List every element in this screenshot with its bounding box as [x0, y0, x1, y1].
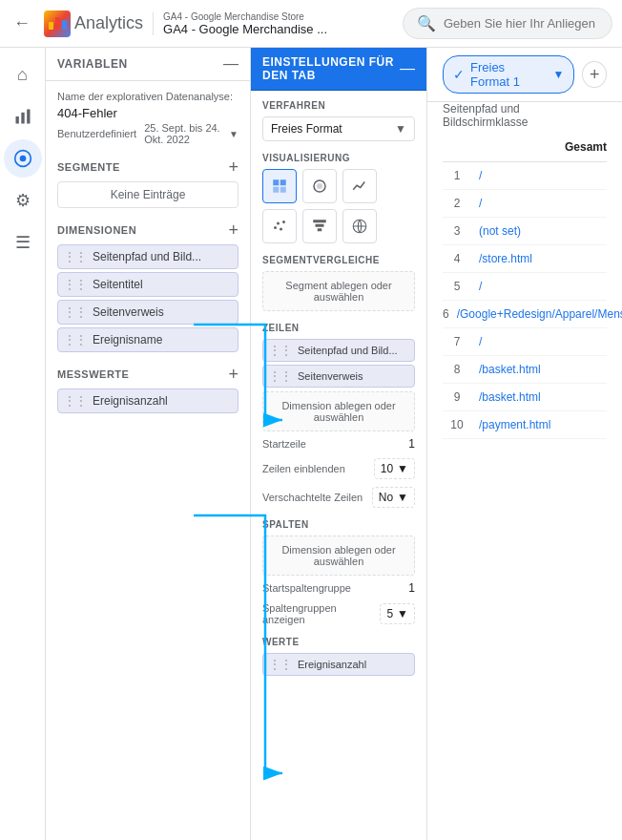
panels-container: Variablen — Name der explorativen Datena…: [46, 48, 622, 840]
col-total-header: Gesamt: [530, 140, 607, 154]
spaltengruppen-arrow-icon: ▼: [397, 607, 408, 620]
table-row: 4 /store.html: [443, 245, 607, 273]
dimension-label-1: Seitentitel: [93, 278, 143, 291]
variables-content: Name der explorativen Datenanalyse: 404-…: [46, 81, 250, 840]
drag-handle-icon: ⋮⋮: [64, 305, 87, 319]
settings-panel: Einstellungen für den Tab — VERFAHREN Fr…: [251, 48, 427, 840]
svg-rect-0: [15, 116, 18, 124]
nav-advertising[interactable]: ⚙: [4, 181, 42, 220]
svg-point-15: [280, 228, 282, 231]
zeilen-einblenden-select[interactable]: 10 ▼: [374, 458, 415, 479]
viz-map-button[interactable]: [342, 209, 377, 243]
viz-donut-button[interactable]: [302, 169, 337, 203]
add-tab-button[interactable]: +: [582, 61, 607, 88]
viz-table-button[interactable]: [262, 169, 297, 203]
zeilen-label: ZEILEN: [262, 323, 415, 333]
date-label: Benutzerdefiniert: [57, 128, 136, 139]
nav-reports[interactable]: [4, 97, 42, 136]
viz-line-button[interactable]: [342, 169, 377, 203]
dimension-label-2: Seitenverweis: [93, 305, 164, 319]
segments-title: SEGMENTE: [57, 161, 120, 173]
dimension-item-2: ⋮⋮ Seitenverweis: [57, 300, 238, 325]
spaltengruppen-value: 5: [386, 607, 393, 620]
analysis-name: 404-Fehler: [57, 106, 238, 120]
dimension-item-3: ⋮⋮ Ereignisname: [57, 327, 238, 352]
nav-home[interactable]: ⌂: [4, 55, 42, 94]
nav-explore[interactable]: [4, 139, 42, 178]
startzeile-label: Startzeile: [262, 438, 306, 450]
row-path-5[interactable]: /Google+Redesign/Apparel/Mens: [449, 307, 622, 321]
back-button[interactable]: ←: [10, 10, 34, 37]
svg-rect-10: [280, 187, 286, 193]
segments-add-button[interactable]: +: [228, 158, 238, 176]
row-num-8: 9: [443, 390, 471, 404]
table-row: 1 /: [443, 162, 607, 190]
date-arrow-icon[interactable]: ▼: [229, 129, 238, 139]
search-input[interactable]: [444, 16, 596, 31]
metrics-row: MESSWERTE +: [57, 366, 238, 383]
row-path-6[interactable]: /: [471, 335, 607, 348]
spalten-section: SPALTEN Dimension ablegen oder auswählen…: [262, 519, 415, 625]
werte-section: WERTE ⋮⋮ Ereignisanzahl: [262, 637, 415, 676]
segment-drop-zone[interactable]: Segment ablegen oder auswählen: [262, 271, 415, 311]
spaltengruppen-label: Spaltengruppen anzeigen: [262, 602, 380, 625]
row-path-1[interactable]: /: [471, 197, 607, 210]
tab-chip[interactable]: ✓ Freies Format 1 ▼: [443, 55, 574, 94]
row-path-7[interactable]: /basket.html: [471, 363, 607, 376]
row-path-4[interactable]: /: [471, 280, 607, 293]
search-bar[interactable]: 🔍: [403, 8, 612, 39]
row-num-7: 8: [443, 363, 471, 376]
drag-handle-icon: ⋮⋮: [64, 394, 87, 408]
spalten-drop-zone[interactable]: Dimension ablegen oder auswählen: [262, 536, 415, 576]
col-path-header: [471, 140, 530, 154]
startzeile-value: 1: [408, 437, 415, 451]
variables-panel: Variablen — Name der explorativen Datena…: [46, 48, 251, 840]
table-row: 8 /basket.html: [443, 356, 607, 384]
spaltengruppen-select[interactable]: 5 ▼: [380, 603, 415, 624]
row-num-1: 2: [443, 197, 471, 210]
nav-configure[interactable]: ☰: [4, 223, 42, 262]
row-path-3[interactable]: /store.html: [471, 252, 607, 265]
viz-scatter-button[interactable]: [262, 209, 297, 243]
tab-arrow-icon: ▼: [552, 68, 564, 81]
drag-handle-icon: ⋮⋮: [64, 333, 87, 346]
dimensions-title: DIMENSIONEN: [57, 224, 136, 236]
variables-collapse-icon[interactable]: —: [223, 55, 238, 73]
variables-header: Variablen —: [46, 48, 250, 81]
table-row: 2 /: [443, 190, 607, 218]
verfahren-select[interactable]: Freies Format ▼: [262, 116, 415, 141]
analytics-label: Analytics: [74, 13, 143, 33]
no-entries-button[interactable]: Keine Einträge: [57, 181, 238, 208]
segmentvergleiche-section: SEGMENTVERGLEICHE Segment ablegen oder a…: [262, 255, 415, 311]
table-row: 7 /: [443, 328, 607, 356]
svg-rect-8: [280, 179, 286, 185]
drag-handle-icon: ⋮⋮: [64, 250, 87, 263]
row-path-8[interactable]: /basket.html: [471, 390, 607, 404]
settings-collapse-icon[interactable]: —: [400, 60, 415, 77]
rows-item-0: ⋮⋮ Seitenpfad und Bild...: [262, 339, 415, 362]
dimensions-add-button[interactable]: +: [228, 221, 238, 239]
svg-rect-9: [273, 187, 279, 193]
svg-rect-7: [273, 179, 279, 185]
verschachtelte-value: No: [379, 491, 393, 504]
svg-point-12: [317, 183, 322, 189]
verschachtelte-select[interactable]: No ▼: [372, 487, 415, 508]
verfahren-value: Freies Format: [271, 122, 342, 136]
zeilen-einblenden-value: 10: [381, 462, 393, 475]
metrics-add-button[interactable]: +: [228, 366, 238, 383]
row-path-0[interactable]: /: [471, 169, 607, 182]
svg-rect-19: [318, 228, 322, 231]
row-path-9[interactable]: /payment.html: [471, 418, 607, 431]
topbar: ← Analytics GA4 - Google Merchandise Sto…: [0, 0, 622, 48]
svg-point-13: [274, 226, 277, 229]
row-path-2[interactable]: (not set): [471, 224, 607, 238]
werte-label: WERTE: [262, 637, 415, 647]
table-row: 6 /Google+Redesign/Apparel/Mens: [443, 301, 607, 328]
metrics-list: ⋮⋮ Ereignisanzahl: [57, 388, 238, 413]
startspaltengruppe-field: Startspaltengruppe 1: [262, 581, 415, 595]
visualisierung-section: VISUALISIERUNG: [262, 153, 415, 243]
rows-drop-zone[interactable]: Dimension ablegen oder auswählen: [262, 391, 415, 431]
row-num-2: 3: [443, 224, 471, 238]
dimension-item-0: ⋮⋮ Seitenpfad und Bild...: [57, 244, 238, 269]
viz-funnel-button[interactable]: [302, 209, 337, 243]
